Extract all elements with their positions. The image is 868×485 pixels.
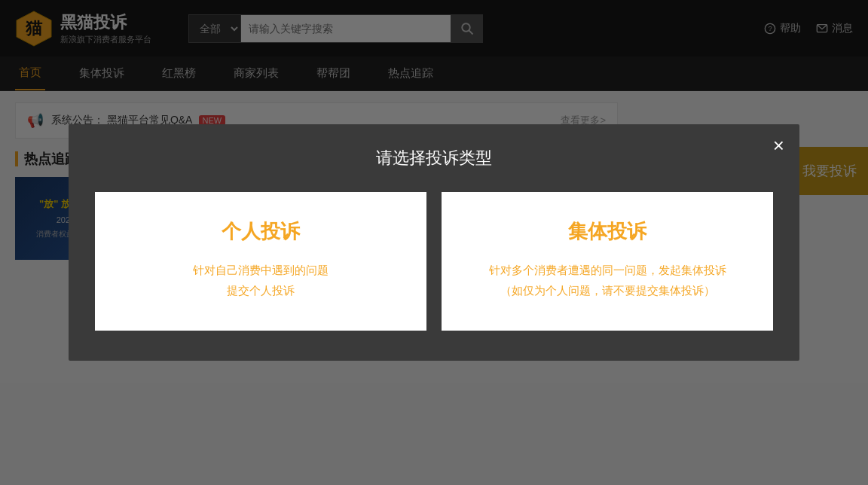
group-complaint-desc: 针对多个消费者遭遇的同一问题，发起集体投诉 （如仅为个人问题，请不要提交集体投诉… (464, 260, 750, 300)
personal-complaint-desc: 针对自己消费中遇到的问题 提交个人投诉 (118, 260, 404, 300)
complaint-type-modal: 请选择投诉类型 × 个人投诉 针对自己消费中遇到的问题 提交个人投诉 集体投诉 … (69, 124, 799, 361)
modal-overlay[interactable]: 请选择投诉类型 × 个人投诉 针对自己消费中遇到的问题 提交个人投诉 集体投诉 … (0, 0, 868, 485)
personal-desc-line1: 针对自己消费中遇到的问题 (118, 260, 404, 280)
personal-complaint-title: 个人投诉 (118, 218, 404, 245)
group-complaint-title: 集体投诉 (464, 218, 750, 245)
group-complaint-option[interactable]: 集体投诉 针对多个消费者遭遇的同一问题，发起集体投诉 （如仅为个人问题，请不要提… (442, 192, 773, 331)
group-desc-line1: 针对多个消费者遭遇的同一问题，发起集体投诉 (464, 260, 750, 280)
group-desc-line2: （如仅为个人问题，请不要提交集体投诉） (464, 280, 750, 300)
personal-complaint-option[interactable]: 个人投诉 针对自己消费中遇到的问题 提交个人投诉 (95, 192, 426, 331)
modal-close-button[interactable]: × (773, 136, 784, 155)
modal-options: 个人投诉 针对自己消费中遇到的问题 提交个人投诉 集体投诉 针对多个消费者遭遇的… (95, 192, 773, 331)
personal-desc-line2: 提交个人投诉 (118, 280, 404, 300)
modal-title: 请选择投诉类型 (95, 147, 773, 169)
